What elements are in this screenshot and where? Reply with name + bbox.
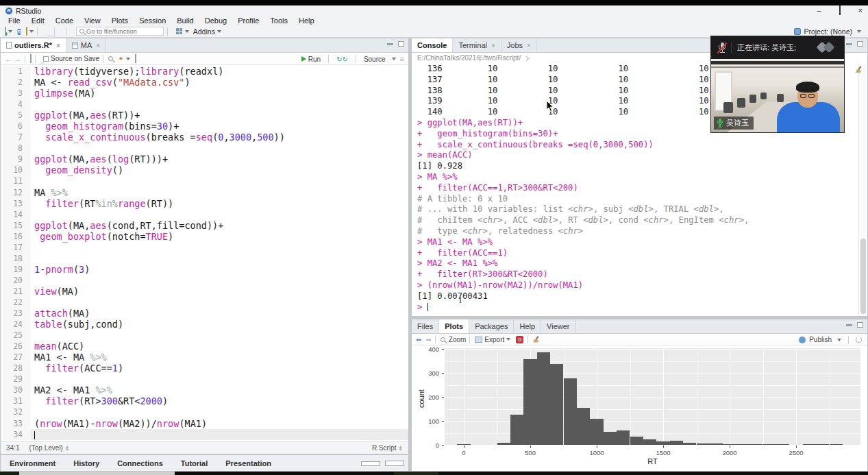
code-tools-icon[interactable]: ✦ — [118, 55, 123, 62]
console-minimize-icon[interactable] — [846, 43, 852, 45]
nav-forward-icon[interactable]: → — [14, 55, 21, 63]
refresh-plot-icon[interactable] — [856, 337, 862, 343]
x-tick-label: 1500 — [656, 449, 670, 456]
line-number: 12 — [1, 187, 31, 198]
export-caret[interactable] — [506, 338, 510, 341]
new-project-button[interactable]: R — [17, 27, 21, 36]
menu-debug[interactable]: Debug — [199, 16, 232, 25]
cwd-goto-icon[interactable] — [524, 56, 529, 60]
find-icon[interactable] — [108, 56, 113, 61]
code-editor[interactable]: 1library(tidyverse);library(readxl)2MA <… — [1, 66, 408, 441]
scope-selector[interactable]: (Top Level) ⇕ — [29, 444, 69, 452]
console-tab-terminal[interactable]: Terminal× — [453, 38, 501, 52]
close-tab-icon[interactable]: × — [527, 42, 531, 49]
editor-tab-outliersr[interactable]: outliers.R*× — [1, 38, 66, 52]
popout-icon[interactable] — [30, 55, 32, 62]
code-line: 9ggplot(MA,aes(log(RT)))+ — [1, 154, 408, 165]
code-line: 17 — [1, 242, 408, 253]
plots-maximize-icon[interactable] — [857, 322, 863, 328]
tab-presentation[interactable]: Presentation — [216, 459, 280, 467]
mic-muted-icon[interactable] — [717, 42, 727, 54]
export-button[interactable]: Export — [484, 336, 504, 343]
menu-build[interactable]: Build — [171, 16, 199, 25]
addins-caret[interactable] — [217, 30, 221, 33]
console-line: # type <chr>, relatedness <chr> — [417, 226, 856, 237]
project-selector[interactable]: Project: (None) — [794, 27, 861, 36]
addins-button[interactable]: Addins — [193, 27, 215, 36]
doc-type-selector[interactable]: R Script ⇕ — [372, 444, 403, 452]
console-scrollbar[interactable] — [858, 64, 867, 316]
plot-back-icon[interactable]: ⬅ — [416, 336, 421, 343]
close-tab-icon[interactable]: × — [96, 42, 100, 49]
zoom-button[interactable]: Zoom — [449, 336, 467, 343]
publish-button[interactable]: Publish — [809, 336, 832, 343]
clear-plots-icon[interactable] — [532, 336, 540, 343]
tab-environment[interactable]: Environment — [1, 459, 64, 467]
plots-tab-help[interactable]: Help — [514, 319, 541, 333]
minimize-button[interactable]: – — [817, 6, 821, 14]
rerun-button[interactable]: ↻↻ — [336, 56, 348, 63]
open-file-caret[interactable] — [29, 30, 34, 33]
menu-profile[interactable]: Profile — [232, 16, 264, 25]
source-caret[interactable] — [392, 58, 396, 60]
line-number: 22 — [1, 297, 31, 308]
plots-pane: FilesPlotsPackagesHelpViewer ⬅ ➡ Zoom Ex… — [411, 319, 868, 472]
menu-file[interactable]: File — [3, 16, 26, 25]
console-scrollbar-thumb[interactable] — [860, 239, 866, 314]
tab-history[interactable]: History — [64, 459, 108, 467]
panes-layout-button[interactable] — [176, 28, 183, 35]
new-file-button[interactable] — [5, 27, 6, 35]
plot-forward-icon[interactable]: ➡ — [425, 336, 431, 343]
plots-tab-plots[interactable]: Plots — [439, 319, 469, 333]
zoom-plot-icon[interactable] — [441, 337, 445, 342]
goto-file-input[interactable] — [86, 27, 160, 35]
plots-tab-packages[interactable]: Packages — [469, 319, 514, 333]
new-file-caret[interactable] — [8, 30, 12, 33]
menu-session[interactable]: Session — [134, 16, 171, 25]
editor-maximize-icon[interactable] — [398, 41, 404, 47]
menu-code[interactable]: Code — [50, 16, 79, 25]
editor-tab-ma[interactable]: MA× — [66, 38, 106, 52]
console-tab-console[interactable]: Console — [412, 38, 453, 52]
menu-view[interactable]: View — [79, 16, 106, 25]
line-number: 8 — [1, 143, 31, 154]
menu-help[interactable]: Help — [293, 16, 320, 25]
editor-minimize-icon[interactable] — [387, 43, 393, 45]
close-tab-icon[interactable]: × — [491, 42, 495, 49]
panes-layout-caret[interactable] — [185, 30, 189, 33]
lower-restore-icon[interactable] — [361, 461, 380, 466]
source-button[interactable]: Source — [364, 56, 386, 63]
open-file-button[interactable] — [26, 27, 27, 35]
menu-tools[interactable]: Tools — [264, 16, 293, 25]
menu-edit[interactable]: Edit — [26, 16, 50, 25]
tab-tutorial[interactable]: Tutorial — [172, 459, 217, 467]
console-line: + filter(ACC==1,RT>300&RT<200) — [417, 183, 856, 194]
histogram-bar — [830, 444, 843, 445]
outline-icon[interactable]: ≡ — [400, 55, 404, 63]
remove-plot-button[interactable]: o — [516, 336, 523, 343]
close-tab-icon[interactable]: × — [56, 42, 60, 49]
console-maximize-icon[interactable] — [857, 41, 863, 47]
console-tab-jobs[interactable]: Jobs× — [501, 38, 537, 52]
plots-tab-files[interactable]: Files — [412, 319, 439, 333]
goto-file-box[interactable] — [76, 27, 164, 36]
meeting-overlay[interactable]: 正在讲话: 吴诗玉; 吴诗玉 — [710, 36, 845, 133]
console-line: [1] 0.00700431 — [417, 291, 856, 302]
code-tools-caret[interactable] — [126, 58, 130, 60]
maximize-button[interactable] — [839, 6, 841, 14]
tab-connections[interactable]: Connections — [108, 459, 172, 467]
publish-caret[interactable] — [837, 339, 841, 341]
code-line: 21view(MA) — [1, 286, 408, 297]
histogram-bar — [736, 444, 749, 445]
plots-tab-viewer[interactable]: Viewer — [541, 319, 575, 333]
plots-minimize-icon[interactable] — [846, 324, 852, 326]
source-on-save-checkbox[interactable] — [43, 56, 49, 62]
compile-report-icon[interactable] — [135, 55, 136, 62]
menu-plots[interactable]: Plots — [106, 16, 134, 25]
nav-back-icon[interactable]: ← — [5, 55, 12, 63]
goto-search-icon — [79, 29, 84, 34]
close-button[interactable]: × — [858, 6, 863, 14]
run-button[interactable]: Run — [301, 56, 321, 63]
lower-maximize-icon[interactable] — [385, 461, 404, 466]
code-line: 14 — [1, 209, 408, 220]
